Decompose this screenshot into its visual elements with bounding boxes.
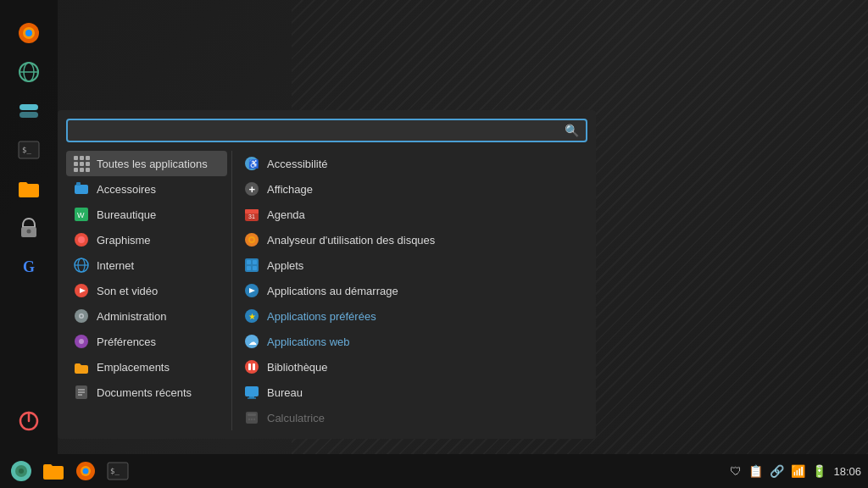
category-graphics[interactable]: Graphisme <box>66 227 227 252</box>
category-places[interactable]: Emplacements <box>66 354 227 380</box>
sidebar-network-icon[interactable] <box>11 54 47 90</box>
taskbar-folder-icon[interactable] <box>39 457 68 485</box>
app-library-label: Bibliothèque <box>267 361 328 374</box>
svg-point-2 <box>25 30 32 36</box>
taskbar-time: 18:06 <box>833 465 861 478</box>
web-icon: ☁ <box>243 333 260 350</box>
taskbar-terminal-icon[interactable]: $_ <box>103 457 132 485</box>
sidebar-folder-icon[interactable] <box>11 171 47 207</box>
app-disk-analyzer-label: Analyseur d'utilisation des disques <box>267 234 435 247</box>
taskbar-right: 🛡 📋 🔗 📶 🔋 18:06 <box>730 464 861 478</box>
office-icon: W <box>73 206 90 223</box>
app-disk-analyzer[interactable]: Analyseur d'utilisation des disques <box>236 227 584 252</box>
svg-rect-7 <box>19 112 38 118</box>
accessories-icon <box>73 180 90 197</box>
svg-rect-55 <box>247 266 251 270</box>
menu-apps: ♿ Accessibilité + Affichage 31 Agenda <box>236 151 587 430</box>
app-web-label: Applications web <box>267 336 350 348</box>
category-places-label: Emplacements <box>97 361 170 374</box>
category-multimedia[interactable]: Son et vidéo <box>66 278 227 303</box>
search-bar: 🔍 <box>66 119 587 142</box>
accessibility-icon: ♿ <box>243 155 260 172</box>
taskbar-battery-icon[interactable]: 🔋 <box>812 464 826 478</box>
app-startup-label: Applications au démarrage <box>267 285 398 297</box>
admin-icon <box>73 308 90 324</box>
applets-icon <box>243 257 260 274</box>
svg-rect-22 <box>75 185 88 194</box>
places-icon <box>73 358 90 375</box>
svg-text:♿: ♿ <box>248 158 259 169</box>
app-display[interactable]: + Affichage <box>236 176 584 202</box>
sidebar-firefox-icon[interactable] <box>11 15 47 51</box>
prefs-icon <box>73 333 90 350</box>
svg-text:+: + <box>249 183 256 196</box>
taskbar-bluetooth-icon[interactable]: 📶 <box>791 464 805 478</box>
svg-rect-6 <box>19 104 38 110</box>
app-agenda[interactable]: 31 Agenda <box>236 202 584 227</box>
app-menu: 🔍 Toutes les applications Accessoir <box>58 110 596 439</box>
svg-point-72 <box>251 419 253 420</box>
svg-point-63 <box>245 360 259 374</box>
app-display-label: Affichage <box>267 183 313 196</box>
sidebar-power-icon[interactable] <box>11 403 47 439</box>
svg-point-11 <box>27 230 31 234</box>
disk-analyzer-icon <box>243 231 260 248</box>
category-prefs-label: Préférences <box>97 336 156 348</box>
svg-point-73 <box>253 419 255 420</box>
sidebar-google-icon[interactable]: G <box>11 249 47 285</box>
app-accessibility-label: Accessibilité <box>267 158 328 170</box>
taskbar-shield-icon[interactable]: 🛡 <box>730 464 742 478</box>
internet-icon <box>73 257 90 274</box>
taskbar-mint-icon[interactable] <box>7 457 36 485</box>
recent-icon <box>73 384 90 401</box>
app-calculator[interactable]: Calculatrice <box>236 405 584 430</box>
svg-text:$_: $_ <box>110 467 120 475</box>
grid-icon <box>73 155 90 172</box>
startup-icon <box>243 282 260 299</box>
category-accessories[interactable]: Accessoires <box>66 176 227 202</box>
category-office[interactable]: W Bureautique <box>66 202 227 227</box>
svg-rect-56 <box>253 266 257 270</box>
sidebar-lock-icon[interactable] <box>11 210 47 246</box>
svg-text:★: ★ <box>248 312 256 321</box>
display-icon: + <box>243 180 260 197</box>
app-library[interactable]: Bibliothèque <box>236 354 584 380</box>
svg-rect-70 <box>248 413 256 416</box>
category-internet[interactable]: Internet <box>66 252 227 278</box>
category-internet-label: Internet <box>97 259 134 272</box>
taskbar-firefox-icon[interactable] <box>71 457 100 485</box>
desktop-icon <box>243 384 260 401</box>
app-calculator-label: Calculatrice <box>267 412 325 424</box>
app-startup[interactable]: Applications au démarrage <box>236 278 584 303</box>
svg-rect-64 <box>248 363 251 370</box>
sidebar: $_ G <box>0 0 58 454</box>
sidebar-terminal-icon[interactable]: $_ <box>11 132 47 168</box>
library-icon <box>243 358 260 375</box>
agenda-icon: 31 <box>243 206 260 223</box>
svg-point-19 <box>83 469 89 474</box>
svg-rect-54 <box>253 260 257 264</box>
svg-point-37 <box>79 339 84 344</box>
category-prefs[interactable]: Préférences <box>66 329 227 354</box>
search-input[interactable] <box>75 124 565 137</box>
menu-categories: Toutes les applications Accessoires W Bu… <box>66 151 227 430</box>
category-recent[interactable]: Documents récents <box>66 380 227 405</box>
taskbar-network-icon[interactable]: 🔗 <box>770 464 784 478</box>
sidebar-switch-icon[interactable] <box>11 93 47 129</box>
taskbar-clipboard-icon[interactable]: 📋 <box>748 464 763 478</box>
app-applets[interactable]: Applets <box>236 252 584 278</box>
taskbar-left: $_ <box>7 457 132 485</box>
svg-text:$_: $_ <box>22 146 31 154</box>
svg-text:☁: ☁ <box>248 337 257 347</box>
category-all[interactable]: Toutes les applications <box>66 151 227 176</box>
svg-point-35 <box>81 315 83 318</box>
category-admin[interactable]: Administration <box>66 303 227 329</box>
app-desktop[interactable]: Bureau <box>236 380 584 405</box>
app-agenda-label: Agenda <box>267 208 305 221</box>
preferred-icon: ★ <box>243 308 260 324</box>
svg-text:W: W <box>77 211 85 219</box>
app-web[interactable]: ☁ Applications web <box>236 329 584 354</box>
app-preferred[interactable]: ★ Applications préférées <box>236 303 584 329</box>
app-preferred-label: Applications préférées <box>267 310 376 323</box>
app-accessibility[interactable]: ♿ Accessibilité <box>236 151 584 176</box>
